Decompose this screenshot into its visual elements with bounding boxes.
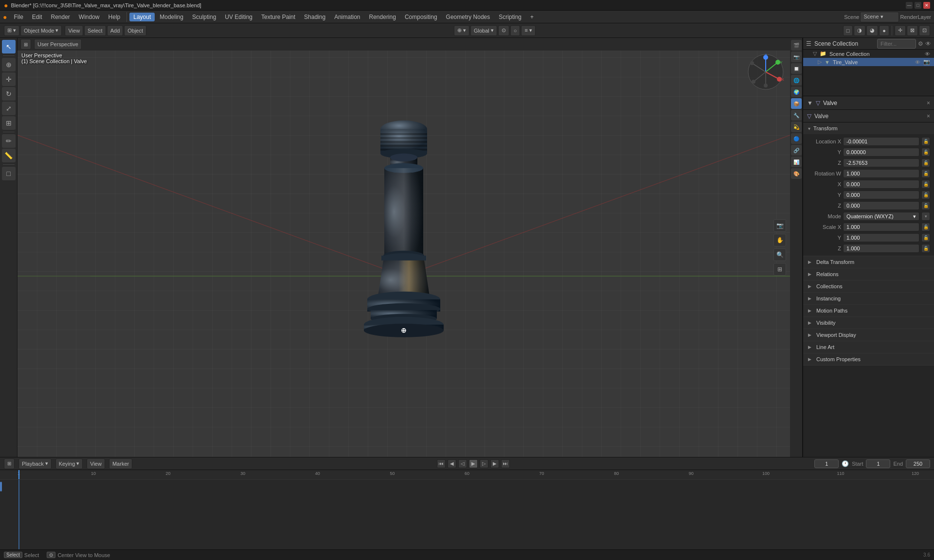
rotation-mode-dropdown[interactable]: Quaternion (WXYZ) ▾ [843, 212, 919, 221]
hand-tool-btn[interactable]: ✋ [773, 234, 786, 246]
jump-start-btn[interactable]: ⏮ [437, 459, 446, 468]
render-tab[interactable]: 🎬 [791, 40, 802, 51]
rotation-w-value[interactable]: 1.000 [843, 169, 919, 178]
viewport-shading-wire[interactable]: □ [843, 25, 853, 36]
global-btn[interactable]: Global ▾ [470, 25, 497, 36]
keying-btn[interactable]: Keying ▾ [55, 458, 83, 469]
tire-valve-item[interactable]: ▷ ▼ Tire_Valve 👁 📷 [803, 58, 934, 66]
scale-z-value[interactable]: 1.000 [843, 244, 919, 253]
tire-valve-render-vis[interactable]: 📷 [923, 59, 930, 65]
modifier-tab[interactable]: 🔧 [791, 110, 802, 121]
outliner-options-icon[interactable]: ⚙ [918, 40, 923, 47]
add-cube-tool[interactable]: □ [2, 167, 16, 180]
workspace-uv-editing[interactable]: UV Editing [221, 13, 256, 21]
scene-tab[interactable]: 🌐 [791, 75, 802, 86]
pivot-btn[interactable]: ⊕ ▾ [454, 25, 469, 36]
menu-window[interactable]: Window [75, 13, 104, 21]
vp-editor-type[interactable]: ⊞ [20, 39, 31, 50]
select-tool[interactable]: ↖ [2, 40, 16, 53]
gizmo-btn[interactable]: ✛ [895, 25, 906, 36]
scale-z-lock[interactable]: 🔓 [921, 244, 930, 253]
rotation-z-lock[interactable]: 🔓 [921, 201, 930, 210]
playback-btn[interactable]: Playback ▾ [18, 458, 52, 469]
minimize-button[interactable]: — [906, 2, 913, 9]
material-tab[interactable]: 🎨 [791, 168, 802, 179]
timeline-track[interactable] [0, 480, 934, 549]
magnet-btn[interactable]: ⊙ [498, 25, 509, 36]
scale-x-lock[interactable]: 🔓 [921, 223, 930, 231]
workspace-rendering[interactable]: Rendering [365, 13, 400, 21]
tl-view-btn[interactable]: View [87, 458, 105, 469]
physics-tab[interactable]: 🔵 [791, 133, 802, 144]
measure-tool[interactable]: 📏 [2, 149, 16, 162]
fake-user-btn[interactable]: × [927, 100, 930, 106]
rotation-y-value[interactable]: 0.000 [843, 191, 919, 199]
scale-tool[interactable]: ⤢ [2, 102, 16, 115]
line-art-header[interactable]: ▶ Line Art [803, 341, 934, 353]
workspace-texture-paint[interactable]: Texture Paint [257, 13, 299, 21]
menu-render[interactable]: Render [47, 13, 74, 21]
zoom-tool-btn[interactable]: 🔍 [773, 248, 786, 261]
object-data-tab[interactable]: 📊 [791, 157, 802, 167]
camera-view-btn[interactable]: 📷 [773, 219, 786, 232]
view-layer-tab[interactable]: 🔲 [791, 63, 802, 74]
cursor-tool[interactable]: ⊕ [2, 58, 16, 71]
menu-edit[interactable]: Edit [28, 13, 46, 21]
navigation-gizmo[interactable]: Z Y X [746, 52, 785, 91]
rotation-mode-expand[interactable]: ▾ [921, 212, 930, 221]
viewport-3d[interactable]: ⊞ User Perspective User Perspective (1) … [18, 38, 790, 457]
xray-btn[interactable]: ⊡ [919, 25, 930, 36]
object-btn[interactable]: Object [124, 25, 146, 36]
transform-header[interactable]: ▾ Transform [803, 122, 934, 134]
visibility-header[interactable]: ▶ Visibility [803, 317, 934, 329]
location-z-value[interactable]: -2.57653 [843, 158, 919, 167]
select-btn[interactable]: Select [84, 25, 106, 36]
transform-tool[interactable]: ⊞ [2, 116, 16, 130]
location-y-lock[interactable]: 🔓 [921, 148, 930, 157]
scale-y-value[interactable]: 1.000 [843, 233, 919, 242]
end-frame-input[interactable] [906, 459, 930, 468]
obj-data-options[interactable]: × [927, 113, 930, 120]
rotation-x-value[interactable]: 0.000 [843, 180, 919, 189]
collections-header[interactable]: ▶ Collections [803, 280, 934, 292]
location-x-value[interactable]: -0.00001 [843, 137, 919, 146]
location-x-lock[interactable]: 🔓 [921, 137, 930, 146]
motion-paths-header[interactable]: ▶ Motion Paths [803, 305, 934, 316]
prev-frame-btn[interactable]: ◀ [448, 459, 456, 468]
overlays-btn[interactable]: ⊠ [907, 25, 918, 36]
workspace-scripting[interactable]: Scripting [495, 13, 525, 21]
object-mode-btn[interactable]: Object Mode ▾ [20, 25, 62, 36]
workspace-layout[interactable]: Layout [129, 13, 155, 21]
start-frame-input[interactable] [866, 459, 890, 468]
next-keyframe-btn[interactable]: ▷ [480, 459, 488, 468]
next-frame-btn[interactable]: ▶ [490, 459, 499, 468]
maximize-button[interactable]: □ [915, 2, 921, 9]
outliner-search[interactable] [877, 39, 916, 49]
tire-valve-visibility[interactable]: 👁 [915, 59, 920, 65]
options-dropdown-btn[interactable]: ≡ ▾ [521, 25, 535, 36]
scene-collection-item[interactable]: ▽ 📁 Scene Collection 👁 [803, 50, 934, 58]
custom-properties-header[interactable]: ▶ Custom Properties [803, 353, 934, 365]
hide-toggle[interactable]: 👁 [925, 40, 931, 47]
viewport-shading-solid[interactable]: ◑ [854, 25, 865, 36]
rotation-z-value[interactable]: 0.000 [843, 201, 919, 210]
instancing-header[interactable]: ▶ Instancing [803, 293, 934, 304]
location-z-lock[interactable]: 🔓 [921, 158, 930, 167]
viewport-display-header[interactable]: ▶ Viewport Display [803, 329, 934, 341]
relations-header[interactable]: ▶ Relations [803, 268, 934, 280]
object-tab[interactable]: 📦 [791, 98, 802, 109]
proportional-btn[interactable]: ○ [510, 25, 521, 36]
workspace-sculpting[interactable]: Sculpting [188, 13, 220, 21]
viewport-shading-material[interactable]: ◕ [866, 25, 878, 36]
play-btn[interactable]: ▶ [469, 459, 478, 468]
menu-help[interactable]: Help [105, 13, 125, 21]
workspace-shading[interactable]: Shading [300, 13, 329, 21]
prev-keyframe-btn[interactable]: ◁ [458, 459, 467, 468]
scale-x-value[interactable]: 1.000 [843, 223, 919, 231]
current-frame-input[interactable] [814, 459, 839, 468]
grid-tool-btn[interactable]: ⊞ [773, 263, 786, 276]
output-tab[interactable]: 📷 [791, 52, 802, 62]
move-tool[interactable]: ✛ [2, 72, 16, 86]
workspace-modeling[interactable]: Modeling [156, 13, 187, 21]
close-button[interactable]: ✕ [923, 2, 930, 9]
